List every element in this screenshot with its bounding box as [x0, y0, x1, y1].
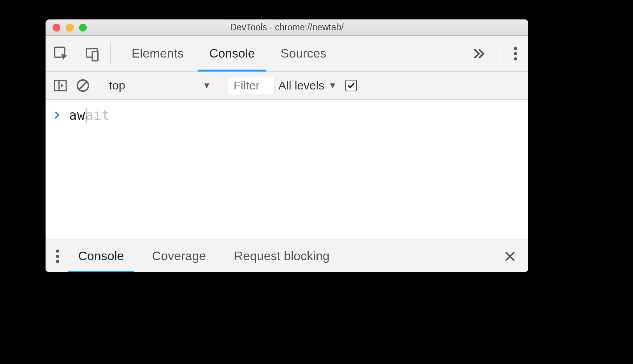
more-tabs-button[interactable] [460, 36, 498, 71]
svg-point-5 [514, 57, 517, 60]
levels-label: All levels [278, 79, 324, 92]
drawer-tab-coverage[interactable]: Coverage [142, 240, 216, 272]
close-window-button[interactable] [53, 24, 60, 32]
clear-icon [76, 78, 90, 93]
separator [500, 43, 500, 64]
main-tabs: Elements Console Sources [113, 36, 460, 71]
clear-console-button[interactable] [74, 78, 92, 93]
context-selector[interactable]: top ▼ [104, 79, 216, 92]
separator [98, 76, 98, 95]
console-toolbar: top ▼ All levels ▼ [46, 72, 528, 100]
check-icon [347, 82, 355, 89]
drawer-tab-console[interactable]: Console [68, 240, 134, 272]
drawer-tabs: Console Coverage Request blocking [67, 240, 495, 272]
tab-sources[interactable]: Sources [270, 36, 337, 71]
tab-console[interactable]: Console [198, 36, 266, 71]
text-cursor [86, 108, 86, 123]
close-icon [503, 250, 517, 263]
triangle-down-icon: ▼ [202, 80, 211, 91]
window-controls [46, 24, 87, 32]
separator [110, 43, 111, 64]
inspect-element-button[interactable] [46, 36, 77, 71]
console-body: await [46, 100, 528, 240]
minimize-window-button[interactable] [66, 24, 74, 32]
main-tabbar: Elements Console Sources [46, 36, 528, 72]
vertical-dots-icon [56, 248, 60, 264]
titlebar: DevTools - chrome://newtab/ [46, 19, 528, 36]
svg-line-9 [79, 81, 87, 89]
svg-point-11 [56, 255, 59, 258]
triangle-down-icon: ▼ [328, 80, 337, 91]
device-icon [84, 45, 101, 62]
filter-input[interactable] [228, 77, 274, 94]
devtools-window: DevTools - chrome://newtab/ Elements Con… [46, 19, 528, 272]
vertical-dots-icon [513, 46, 517, 61]
console-prompt[interactable]: await [46, 100, 528, 125]
autocomplete-ghost: ait [85, 107, 110, 123]
typed-text: aw [69, 107, 85, 123]
svg-rect-6 [55, 80, 66, 91]
svg-point-4 [514, 52, 517, 55]
svg-point-10 [56, 249, 59, 252]
svg-point-3 [514, 47, 517, 50]
context-label: top [109, 79, 125, 92]
drawer-close-button[interactable] [495, 240, 525, 272]
console-input[interactable]: await [69, 107, 110, 123]
drawer-tab-request-blocking[interactable]: Request blocking [224, 240, 339, 272]
group-similar-checkbox[interactable] [345, 80, 357, 91]
svg-rect-2 [92, 51, 98, 61]
sidebar-toggle-button[interactable] [51, 78, 70, 93]
prompt-chevron-icon [53, 110, 62, 120]
sidebar-icon [53, 78, 68, 93]
svg-point-12 [56, 260, 59, 263]
window-title: DevTools - chrome://newtab/ [46, 22, 528, 33]
device-toggle-button[interactable] [77, 36, 108, 71]
inspect-icon [53, 45, 70, 62]
drawer-menu-button[interactable] [49, 240, 67, 272]
fullscreen-window-button[interactable] [79, 24, 87, 32]
log-levels-selector[interactable]: All levels ▼ [278, 79, 337, 92]
drawer-tabbar: Console Coverage Request blocking [46, 240, 528, 272]
settings-menu-button[interactable] [503, 36, 528, 71]
chevron-double-right-icon [471, 46, 487, 61]
tab-elements[interactable]: Elements [121, 36, 194, 71]
separator [222, 76, 222, 95]
